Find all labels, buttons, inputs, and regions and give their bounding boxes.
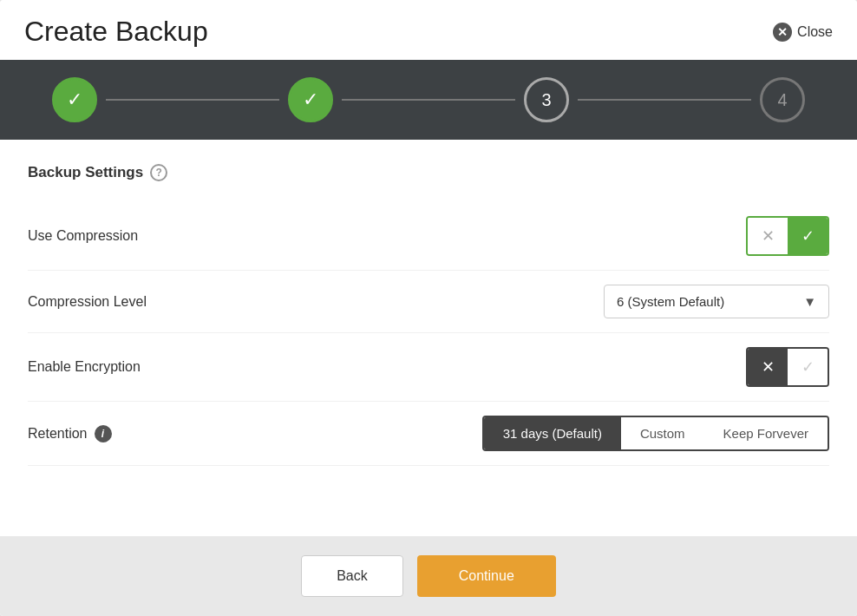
help-icon[interactable]: ? [150, 164, 167, 181]
compression-level-dropdown[interactable]: 6 (System Default) ▼ [604, 285, 829, 318]
create-backup-modal: Create Backup ✕ Close ✓ ✓ 3 4 [0, 0, 857, 616]
step-4-label: 4 [777, 90, 787, 110]
retention-tab-forever[interactable]: Keep Forvever [704, 417, 828, 449]
enable-encryption-toggle: ✕ ✓ [746, 347, 829, 387]
step-2-check: ✓ [303, 88, 318, 111]
section-title-text: Backup Settings [28, 164, 143, 181]
close-button[interactable]: ✕ Close [773, 23, 833, 42]
step-1-check: ✓ [67, 88, 82, 111]
enable-encryption-false-btn[interactable]: ✕ [748, 349, 788, 385]
step-line-1-2 [106, 99, 279, 101]
use-compression-false-btn[interactable]: ✕ [748, 218, 788, 254]
use-compression-true-btn[interactable]: ✓ [788, 218, 828, 254]
modal-content: Backup Settings ? Use Compression ✕ ✓ Co… [0, 140, 857, 536]
step-3-label: 3 [541, 90, 551, 110]
stepper-row: ✓ ✓ 3 4 [52, 77, 805, 122]
retention-tab-custom[interactable]: Custom [621, 417, 704, 449]
retention-row: Retention i 31 days (Default) Custom Kee… [28, 402, 829, 466]
modal-header: Create Backup ✕ Close [0, 0, 857, 60]
step-2: ✓ [288, 77, 333, 122]
stepper-bar: ✓ ✓ 3 4 [0, 60, 857, 140]
compression-level-row: Compression Level 6 (System Default) ▼ [28, 271, 829, 333]
modal-footer: Back Continue [0, 536, 857, 616]
step-4: 4 [760, 77, 805, 122]
compression-level-value: 6 (System Default) [617, 294, 724, 309]
close-label: Close [797, 24, 833, 40]
modal-title: Create Backup [24, 16, 208, 48]
use-compression-label: Use Compression [28, 228, 138, 244]
back-button[interactable]: Back [301, 555, 403, 597]
retention-info-icon[interactable]: i [95, 425, 112, 442]
continue-button[interactable]: Continue [417, 555, 556, 597]
dropdown-arrow-icon: ▼ [803, 294, 816, 309]
step-3: 3 [524, 77, 569, 122]
enable-encryption-row: Enable Encryption ✕ ✓ [28, 333, 829, 402]
enable-encryption-label: Enable Encryption [28, 359, 141, 375]
section-title: Backup Settings ? [28, 164, 829, 181]
step-1: ✓ [52, 77, 97, 122]
close-icon: ✕ [773, 23, 792, 42]
use-compression-toggle: ✕ ✓ [746, 216, 829, 256]
compression-level-label: Compression Level [28, 294, 147, 310]
enable-encryption-true-btn[interactable]: ✓ [788, 349, 828, 385]
retention-tab-default[interactable]: 31 days (Default) [484, 417, 621, 449]
use-compression-row: Use Compression ✕ ✓ [28, 202, 829, 271]
retention-tabs: 31 days (Default) Custom Keep Forvever [482, 416, 829, 451]
step-line-2-3 [342, 99, 515, 101]
step-line-3-4 [578, 99, 751, 101]
retention-label: Retention i [28, 425, 112, 442]
